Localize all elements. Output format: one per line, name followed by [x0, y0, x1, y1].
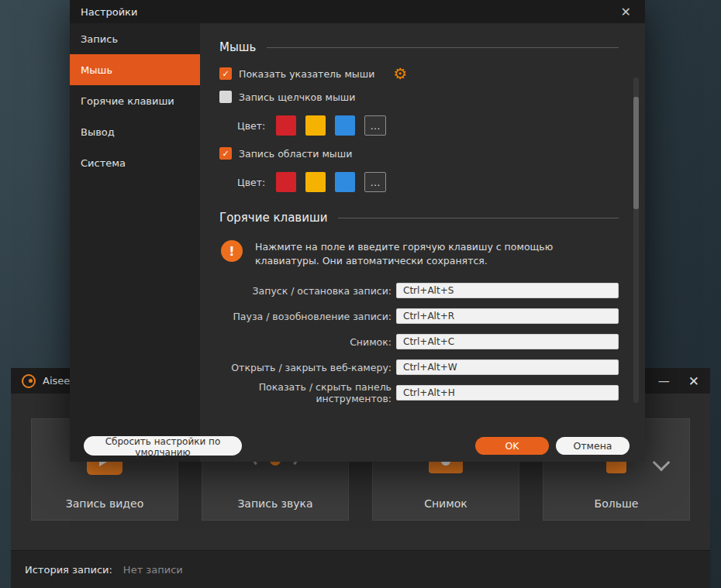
- section-divider: [338, 218, 619, 218]
- status-bar: История записи: Нет записи: [11, 550, 710, 588]
- record-area-checkbox[interactable]: ✓: [219, 147, 232, 160]
- area-color-row: Цвет: …: [219, 172, 619, 192]
- color-swatch-red[interactable]: [276, 172, 296, 192]
- check-icon: ✓: [222, 149, 229, 159]
- hotkeys-notice: ! Нажмите на поле и введите горячую клав…: [219, 240, 619, 268]
- record-history-value: Нет записи: [123, 564, 183, 576]
- sidebar-item-system[interactable]: Система: [70, 147, 200, 178]
- mouse-section-title: Мышь: [219, 40, 256, 54]
- hotkey-row-webcam: Открыть / закрыть веб-камеру:: [219, 359, 619, 376]
- sidebar-item-hotkeys[interactable]: Горячие клавиши: [70, 85, 200, 116]
- hotkey-input-webcam[interactable]: [396, 359, 619, 375]
- show-pointer-label: Показать указатель мыши: [239, 68, 374, 80]
- settings-titlebar: Настройки ✕: [70, 0, 645, 23]
- record-history-label: История записи:: [25, 564, 112, 576]
- ok-button[interactable]: OK: [475, 437, 549, 455]
- hotkey-row-start-stop: Запуск / остановка записи:: [219, 282, 619, 299]
- settings-sidebar: Запись Мышь Горячие клавиши Вывод Систем…: [70, 23, 200, 462]
- warning-icon: !: [221, 240, 243, 262]
- hotkey-input-toolbar[interactable]: [396, 385, 619, 401]
- settings-content: Мышь ✓ Показать указатель мыши ⚙ Запись …: [200, 23, 645, 462]
- hotkey-input-start-stop[interactable]: [396, 283, 619, 298]
- section-divider: [267, 47, 619, 48]
- hotkey-label: Открыть / закрыть веб-камеру:: [219, 362, 392, 373]
- card-label: Снимок: [373, 497, 519, 510]
- hotkey-list: Запуск / остановка записи: Пауза / возоб…: [219, 282, 619, 401]
- card-label: Больше: [543, 497, 689, 510]
- more-colors-button[interactable]: …: [364, 115, 386, 136]
- record-area-row: ✓ Запись области мыши: [219, 147, 619, 160]
- hotkey-row-snapshot: Снимок:: [219, 333, 619, 350]
- sidebar-item-mouse[interactable]: Мышь: [70, 54, 200, 85]
- logo-lens-dot: [29, 379, 33, 383]
- close-button[interactable]: ✕: [688, 373, 699, 389]
- more-colors-button[interactable]: …: [364, 172, 386, 192]
- record-clicks-checkbox[interactable]: [219, 91, 232, 103]
- card-label: Запись видео: [32, 497, 178, 510]
- hotkeys-notice-text: Нажмите на поле и введите горячую клавиш…: [255, 240, 619, 268]
- chevron-down-icon[interactable]: [653, 454, 671, 472]
- show-pointer-row: ✓ Показать указатель мыши ⚙: [219, 66, 619, 81]
- sidebar-item-output[interactable]: Вывод: [70, 116, 200, 147]
- color-swatch-yellow[interactable]: [305, 115, 326, 136]
- show-pointer-checkbox[interactable]: ✓: [219, 67, 232, 80]
- color-swatch-red[interactable]: [276, 115, 296, 136]
- hotkey-label: Показать / скрыть панель инструментов:: [219, 381, 392, 404]
- minimize-button[interactable]: —: [658, 374, 670, 388]
- card-label: Запись звука: [202, 497, 348, 510]
- hotkeys-section-title: Горячие клавиши: [219, 211, 327, 225]
- record-clicks-label: Запись щелчков мыши: [239, 91, 355, 103]
- record-area-label: Запись области мыши: [239, 148, 352, 160]
- click-color-label: Цвет:: [237, 120, 276, 132]
- area-color-label: Цвет:: [237, 177, 276, 188]
- mouse-section-header: Мышь: [219, 40, 619, 54]
- settings-dialog: Настройки ✕ Запись Мышь Горячие клавиши …: [70, 0, 645, 462]
- hotkey-label: Пауза / возобновление записи:: [219, 311, 392, 322]
- color-swatch-yellow[interactable]: [305, 172, 326, 192]
- color-swatch-blue[interactable]: [335, 115, 355, 136]
- hotkey-row-pause-resume: Пауза / возобновление записи:: [219, 308, 619, 325]
- hotkeys-section-header: Горячие клавиши: [219, 211, 619, 225]
- hotkey-label: Запуск / остановка записи:: [219, 285, 392, 297]
- hotkey-label: Снимок:: [219, 336, 392, 348]
- settings-close-icon[interactable]: ✕: [618, 5, 634, 19]
- cancel-button[interactable]: Отмена: [556, 437, 630, 455]
- reset-defaults-button[interactable]: Сбросить настройки по умолчанию: [84, 436, 242, 456]
- settings-title: Настройки: [81, 6, 137, 18]
- hotkey-input-pause-resume[interactable]: [396, 308, 619, 324]
- window-controls: — ✕: [658, 373, 699, 389]
- app-logo-icon: [22, 374, 36, 388]
- click-color-row: Цвет: …: [219, 115, 619, 136]
- hotkey-input-snapshot[interactable]: [396, 334, 619, 349]
- hotkey-row-toolbar: Показать / скрыть панель инструментов:: [219, 384, 619, 401]
- scrollbar-thumb[interactable]: [633, 97, 639, 209]
- color-swatch-blue[interactable]: [335, 172, 355, 192]
- pointer-settings-gear-icon[interactable]: ⚙: [393, 66, 407, 81]
- check-icon: ✓: [222, 69, 229, 79]
- record-clicks-row: Запись щелчков мыши: [219, 91, 619, 103]
- sidebar-item-recording[interactable]: Запись: [70, 23, 200, 54]
